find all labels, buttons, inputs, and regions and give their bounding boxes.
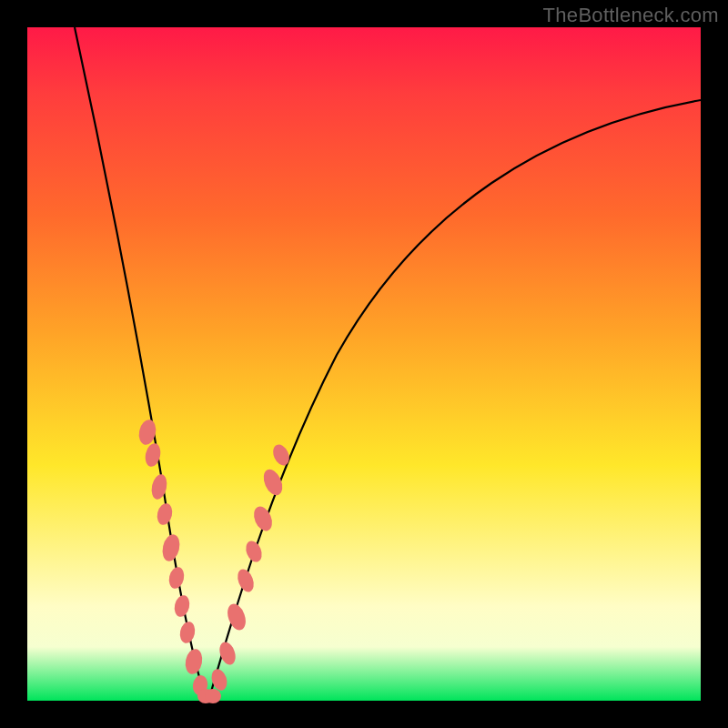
bead <box>250 504 276 534</box>
bead <box>270 442 292 468</box>
watermark-text: TheBottleneck.com <box>543 4 719 27</box>
bead <box>160 532 182 562</box>
bead <box>167 566 187 591</box>
bead <box>224 602 248 632</box>
bead <box>156 502 175 527</box>
beads-right-group <box>205 442 292 703</box>
bead <box>178 621 197 645</box>
bead <box>243 539 265 564</box>
chart-svg <box>27 27 701 701</box>
curve-right-branch <box>209 100 701 698</box>
outer-frame: TheBottleneck.com <box>0 0 728 728</box>
bead <box>183 648 204 676</box>
bead <box>205 689 221 703</box>
plot-area <box>27 27 701 701</box>
bead <box>149 473 168 501</box>
bead <box>260 467 287 499</box>
bead <box>173 594 192 619</box>
bead <box>235 567 257 594</box>
